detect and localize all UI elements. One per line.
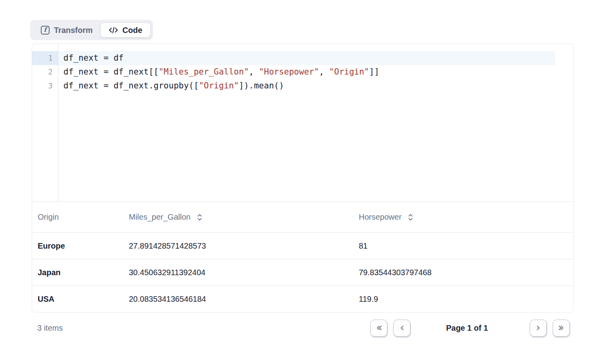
column-header-label: Origin: [38, 213, 59, 222]
code-editor[interactable]: 123 df_next = dfdf_next = df_next[["Mile…: [32, 44, 573, 201]
table-body: Europe27.89142857142857381Japan30.450632…: [32, 232, 573, 312]
cell-horsepower: 79.83544303797468: [353, 268, 573, 277]
table-footer: 3 items Page 1 of 1: [32, 316, 574, 340]
cell-horsepower: 81: [353, 241, 573, 251]
editor-content[interactable]: df_next = dfdf_next = df_next[["Miles_pe…: [58, 44, 573, 201]
code-token: ]]: [369, 67, 379, 77]
line-number: 1: [32, 51, 58, 65]
table-row: USA20.083534136546184119.9: [32, 285, 573, 312]
tab-code[interactable]: Code: [101, 23, 150, 37]
column-header-label: Horsepower: [359, 213, 402, 222]
items-count: 3 items: [32, 324, 63, 333]
chevron-right-icon: [534, 323, 543, 333]
table-row: Europe27.89142857142857381: [32, 232, 573, 259]
result-table: OriginMiles_per_GallonHorsepower Europe2…: [32, 201, 573, 312]
line-number: 2: [32, 65, 58, 79]
pagination: Page 1 of 1: [370, 320, 570, 337]
cell-origin: Japan: [32, 268, 123, 277]
column-header-origin: Origin: [32, 213, 123, 222]
double-chevron-left-icon: [374, 323, 384, 333]
cell-origin: Europe: [32, 241, 123, 251]
code-token: df_next = df_next.groupby([: [63, 81, 199, 90]
tab-transform[interactable]: f Transform: [33, 23, 101, 38]
code-and-table-panel: 123 df_next = dfdf_next = df_next[["Mile…: [32, 44, 574, 312]
table-header-row: OriginMiles_per_GallonHorsepower: [32, 202, 573, 232]
code-line: df_next = df_next.groupby(["Origin"]).me…: [58, 79, 555, 93]
cell-miles-per-gallon: 20.083534136546184: [123, 295, 353, 304]
view-tabbar: f Transform Code: [30, 20, 153, 40]
code-token: df_next = df_next[[: [63, 67, 159, 77]
editor-gutter: 123: [32, 44, 58, 201]
code-token: ,: [319, 67, 329, 77]
string-token: "Origin": [329, 67, 369, 77]
cell-miles-per-gallon: 27.891428571428573: [123, 241, 353, 251]
code-line: df_next = df: [58, 51, 555, 65]
next-page-button[interactable]: [530, 320, 547, 337]
cell-origin: USA: [32, 295, 123, 304]
double-chevron-right-icon: [557, 323, 566, 333]
code-icon: [109, 26, 118, 34]
tab-transform-label: Transform: [54, 26, 93, 34]
cell-miles-per-gallon: 30.450632911392404: [123, 268, 353, 277]
tab-code-label: Code: [122, 26, 142, 34]
code-token: ,: [249, 67, 259, 77]
code-token: ]).mean(): [239, 81, 284, 90]
string-token: "Miles_per_Gallon": [159, 67, 249, 77]
table-row: Japan30.45063291139240479.83544303797468: [32, 259, 573, 285]
column-header-miles_per_gallon[interactable]: Miles_per_Gallon: [123, 213, 353, 222]
cell-horsepower: 119.9: [353, 295, 573, 304]
code-line: df_next = df_next[["Miles_per_Gallon", "…: [58, 65, 555, 79]
last-page-button[interactable]: [553, 320, 570, 337]
column-header-horsepower[interactable]: Horsepower: [353, 213, 573, 222]
sort-icon[interactable]: [407, 213, 414, 222]
column-header-label: Miles_per_Gallon: [129, 213, 191, 222]
first-page-button[interactable]: [370, 320, 387, 337]
code-token: df_next = df: [63, 53, 124, 63]
string-token: "Origin": [199, 81, 239, 90]
chevron-left-icon: [397, 323, 407, 333]
line-number: 3: [32, 79, 58, 93]
function-icon: f: [41, 26, 50, 34]
page-indicator: Page 1 of 1: [421, 324, 513, 333]
prev-page-button[interactable]: [393, 320, 410, 337]
sort-icon[interactable]: [196, 213, 203, 222]
string-token: "Horsepower": [259, 67, 319, 77]
